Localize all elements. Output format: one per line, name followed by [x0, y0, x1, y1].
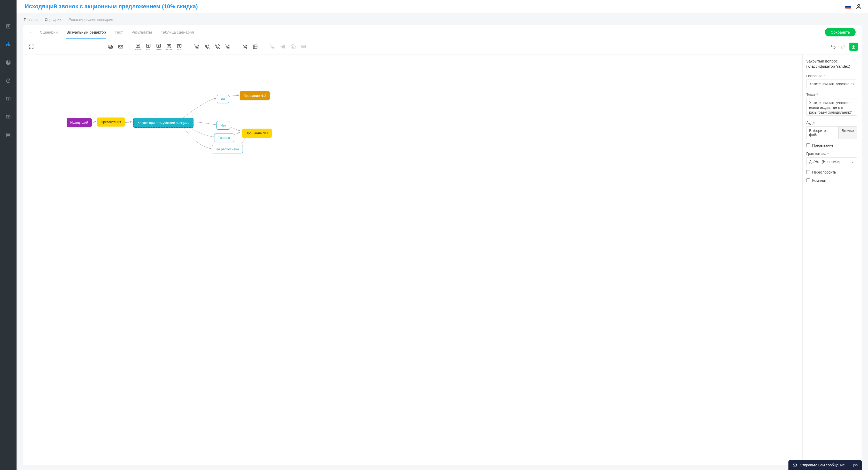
- svg-text:?: ?: [148, 44, 149, 47]
- node-farewell1[interactable]: Прощание №1: [242, 129, 272, 138]
- save-button[interactable]: Сохранить: [825, 28, 856, 36]
- nav-icon-chart[interactable]: [5, 59, 11, 66]
- svg-rect-5: [8, 45, 9, 46]
- viber-icon[interactable]: [268, 42, 277, 51]
- audio-label: Аудио: [806, 121, 857, 125]
- grammar-label: Грамматика *: [806, 152, 857, 156]
- chat-widget[interactable]: Отправьте нам сообщение jivo: [788, 460, 862, 470]
- sms-icon[interactable]: SMS: [299, 42, 308, 51]
- nav-icon-outbox[interactable]: [5, 114, 11, 120]
- breadcrumb: Главная › Сценарии › Редактирование сцен…: [24, 18, 862, 22]
- svg-point-13: [858, 4, 860, 6]
- question-yandex-icon[interactable]: ?Yandex: [154, 42, 163, 51]
- flag-ru-icon[interactable]: [845, 4, 851, 8]
- browse-button[interactable]: Browse: [838, 126, 857, 139]
- chat-widget-brand: jivo: [853, 463, 858, 467]
- breadcrumb-item[interactable]: Сценарии: [45, 18, 61, 22]
- question-nuance-icon[interactable]: ?Nuance: [133, 42, 142, 51]
- grid-icon[interactable]: [251, 42, 259, 51]
- text-textarea[interactable]: Хотите принять участие в новой акции, гд…: [806, 98, 857, 116]
- svg-point-25: [218, 45, 220, 46]
- svg-text:?: ?: [179, 44, 180, 47]
- nav-icon-inbox[interactable]: [5, 96, 11, 102]
- interrupt-checkbox[interactable]: [806, 143, 810, 147]
- svg-text:?: ?: [137, 44, 138, 47]
- node-silence[interactable]: Тишина: [214, 133, 234, 142]
- question-acm2-icon[interactable]: ?ACM: [175, 42, 184, 51]
- reask-checkbox[interactable]: [806, 170, 810, 174]
- name-input[interactable]: [806, 80, 857, 88]
- user-icon[interactable]: [856, 3, 862, 9]
- question-yandex2-icon[interactable]: ?Yandex: [164, 42, 173, 51]
- phone-in-icon[interactable]: [192, 42, 201, 51]
- fullscreen-icon[interactable]: [27, 42, 36, 51]
- nav-icon-sitemap[interactable]: [5, 41, 11, 48]
- mail-icon: [793, 463, 797, 467]
- sidebar-nav: [0, 0, 17, 470]
- chevron-down-icon: ⌄: [851, 160, 854, 164]
- phone-out-icon[interactable]: [203, 42, 211, 51]
- redo-icon[interactable]: [839, 42, 848, 51]
- chevron-right-icon: ›: [40, 18, 41, 22]
- svg-rect-11: [6, 134, 10, 135]
- node-question[interactable]: Хотите принять участие в акции?: [133, 118, 193, 128]
- text-label: Текст *: [806, 92, 857, 97]
- phone-transfer-icon[interactable]: [223, 42, 232, 51]
- top-header: Исходящий звонок с акционным предложение…: [17, 0, 868, 13]
- svg-rect-32: [793, 464, 797, 466]
- grammar-select[interactable]: Да/Нет (Новосибир... ⌄: [806, 157, 857, 166]
- tab-test[interactable]: Тест: [115, 25, 123, 39]
- whatsapp-icon[interactable]: [289, 42, 298, 51]
- reask-label: Переспросить: [812, 170, 836, 174]
- svg-rect-10: [6, 133, 10, 134]
- props-title: Закрытый вопрос (классификатор Yandex): [806, 59, 857, 69]
- svg-rect-16: [119, 45, 123, 48]
- breadcrumb-item[interactable]: Главная: [24, 18, 37, 22]
- tab-visual-editor[interactable]: Визуальный редактор: [66, 25, 106, 39]
- properties-panel: Закрытый вопрос (классификатор Yandex) Н…: [802, 55, 862, 465]
- download-button[interactable]: [849, 42, 858, 51]
- main-panel: ← Сценарии Визуальный редактор Тест Резу…: [23, 25, 862, 465]
- svg-text:?: ?: [168, 44, 169, 47]
- name-label: Название *: [806, 74, 857, 78]
- svg-text:?: ?: [158, 44, 159, 47]
- tabs-row: ← Сценарии Визуальный редактор Тест Резу…: [23, 25, 862, 39]
- node-farewell2[interactable]: Прощание №2: [240, 91, 270, 100]
- chat-widget-text: Отправьте нам сообщение: [800, 463, 845, 467]
- question-acm-icon[interactable]: ?ACM: [144, 42, 153, 51]
- page-title: Исходящий звонок с акционным предложение…: [25, 3, 198, 10]
- svg-rect-6: [9, 45, 10, 46]
- chevron-right-icon: ›: [65, 18, 66, 22]
- tab-results[interactable]: Результаты: [131, 25, 152, 39]
- telegram-icon[interactable]: [278, 42, 287, 51]
- node-yes[interactable]: Да: [217, 95, 229, 103]
- node-unrecognized[interactable]: Не распознано: [212, 145, 243, 153]
- toolbar: ?Nuance ?ACM ?Yandex ?Yandex ?ACM: [23, 39, 862, 55]
- nav-icon-timer[interactable]: [5, 77, 11, 84]
- chat-icon[interactable]: [106, 42, 115, 51]
- nav-icon-list[interactable]: [5, 23, 11, 29]
- undo-icon[interactable]: [829, 42, 838, 51]
- tab-table[interactable]: Таблица сценария: [161, 25, 194, 39]
- nav-icon-server[interactable]: [5, 132, 11, 138]
- svg-rect-4: [6, 45, 7, 46]
- tab-scenarios[interactable]: Сценарии: [40, 25, 58, 39]
- audio-file-display: Выберите файл: [806, 126, 838, 139]
- svg-rect-12: [6, 136, 10, 137]
- shuffle-icon[interactable]: [241, 42, 249, 51]
- node-presentation[interactable]: Презентация: [97, 118, 125, 127]
- complete-label: Комплит: [812, 179, 827, 183]
- svg-rect-26: [253, 45, 257, 49]
- svg-text:SMS: SMS: [302, 46, 305, 48]
- complete-checkbox[interactable]: [806, 179, 810, 182]
- mail-icon[interactable]: [116, 42, 125, 51]
- phone-sound-icon[interactable]: [213, 42, 222, 51]
- node-no[interactable]: Нет: [216, 121, 230, 130]
- flow-canvas[interactable]: Исходящий Презентация Хотите принять уча…: [23, 55, 802, 465]
- svg-rect-3: [8, 42, 9, 43]
- node-outgoing[interactable]: Исходящий: [67, 118, 92, 127]
- breadcrumb-current: Редактирование сценария: [69, 18, 113, 22]
- back-arrow-icon[interactable]: ←: [29, 29, 34, 35]
- interrupt-label: Прерывание: [812, 143, 833, 148]
